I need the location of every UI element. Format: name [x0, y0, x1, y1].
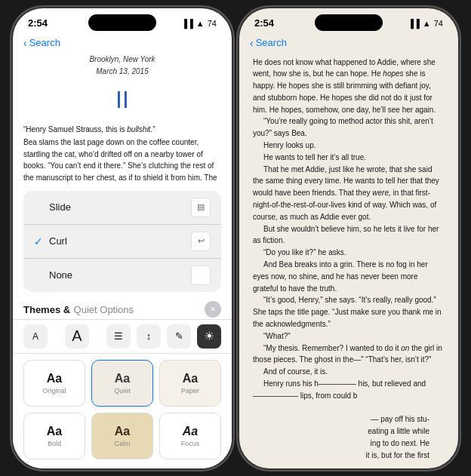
theme-cards-row-1: Aa Original Aa Quiet Aa Paper [13, 354, 232, 413]
right-phone: 2:54 ▐▐ ▲ 74 ‹ Search He does not know w… [239, 8, 458, 468]
battery-icon: 74 [208, 19, 217, 28]
theme-toggle[interactable]: ☀ [197, 324, 221, 349]
theme-original[interactable]: Aa Original [23, 360, 85, 407]
themes-label-group: Themes & Quiet Options [23, 302, 134, 316]
overlay-panel: Slide ▤ ✓ Curl ↩ None Themes & [13, 183, 232, 468]
wifi-icon-right: ▲ [423, 19, 431, 28]
right-para-12: And of course, it is. [253, 366, 445, 378]
theme-original-aa: Aa [47, 372, 62, 385]
right-para-2: “You’re really going to method actor thi… [253, 115, 445, 140]
slide-icon: ▤ [191, 198, 211, 217]
status-icons-left: ▐▐ ▲ 74 [181, 19, 217, 28]
right-para-1: He does not know what happened to Addie,… [253, 57, 445, 116]
chapter-number: II [23, 81, 221, 119]
themes-label: Themes & [23, 304, 70, 315]
curl-label: Curl [49, 235, 191, 247]
signal-icon-right: ▐▐ [408, 19, 420, 28]
right-para-15: eating a little while [253, 425, 445, 438]
none-icon [191, 266, 211, 285]
right-para-16: ing to do next. He [253, 438, 445, 450]
book-content-right: He does not know what happened to Addie,… [239, 54, 458, 468]
theme-focus-aa: Aa [183, 425, 198, 438]
back-label-right: Search [256, 37, 287, 48]
font-option-1[interactable]: ☰ [106, 324, 131, 349]
transition-none[interactable]: None [23, 259, 221, 292]
slide-label: Slide [49, 201, 191, 213]
font-increase-button[interactable]: A [65, 324, 89, 349]
back-button-left[interactable]: ‹ Search [23, 37, 60, 49]
right-para-3: Henry looks up. [253, 140, 445, 152]
transition-curl[interactable]: ✓ Curl ↩ [23, 225, 221, 259]
right-para-4: He wants to tell her it’s all true. [253, 152, 445, 164]
right-para-5: That he met Addie, just like he wrote, t… [253, 164, 445, 223]
time-right: 2:54 [254, 17, 274, 29]
right-para-6: But she wouldn’t believe him, so he lets… [253, 223, 445, 247]
signal-icon: ▐▐ [181, 19, 193, 28]
phones-container: 2:54 ▐▐ ▲ 74 ‹ Search Brooklyn, New York… [5, 1, 466, 476]
theme-original-label: Original [42, 387, 66, 395]
right-para-11: “My thesis. Remember? I wanted to do it … [253, 342, 445, 367]
left-phone: 2:54 ▐▐ ▲ 74 ‹ Search Brooklyn, New York… [13, 8, 232, 468]
back-chevron-right: ‹ [250, 37, 254, 49]
theme-quiet[interactable]: Aa Quiet [91, 360, 153, 407]
theme-calm[interactable]: Aa Calm [91, 413, 153, 459]
dynamic-island-right [315, 14, 383, 31]
right-para-9: “It’s good, Henry,” she says. “It’s real… [253, 294, 445, 330]
font-decrease-button[interactable]: A [23, 324, 48, 349]
theme-paper[interactable]: Aa Paper [159, 360, 221, 407]
theme-bold[interactable]: Aa Bold [23, 413, 85, 459]
font-size-row: A A ☰ ↕ ✎ ☀ [13, 319, 232, 354]
right-para-17: it is, but for the first [253, 450, 445, 462]
close-button[interactable]: × [205, 301, 221, 318]
theme-bold-aa: Aa [47, 425, 62, 438]
quiet-options-label: Quiet Options [74, 304, 134, 315]
status-bar-right: 2:54 ▐▐ ▲ 74 [239, 8, 458, 35]
status-icons-right: ▐▐ ▲ 74 [408, 19, 443, 28]
right-para-10: “What?” [253, 330, 445, 342]
battery-icon-right: 74 [434, 19, 443, 28]
right-para-14: — pay off his stu- [253, 413, 445, 425]
theme-calm-label: Calm [114, 440, 130, 447]
theme-bold-label: Bold [48, 440, 61, 447]
font-row-icons: ☰ ↕ ✎ ☀ [106, 324, 221, 349]
theme-paper-label: Paper [181, 387, 199, 395]
curl-icon: ↩ [191, 232, 211, 251]
dynamic-island-left [88, 14, 156, 31]
status-bar-left: 2:54 ▐▐ ▲ 74 [13, 8, 232, 35]
right-para-8: And Bea breaks into a grin. There is no … [253, 259, 445, 294]
right-para-7: “Do you like it?” he asks. [253, 247, 445, 259]
theme-calm-aa: Aa [115, 425, 130, 438]
back-button-right[interactable]: ‹ Search [250, 37, 287, 49]
curl-check: ✓ [34, 235, 43, 247]
book-header: Brooklyn, New YorkMarch 13, 2015 [23, 54, 221, 78]
theme-quiet-aa: Aa [115, 372, 130, 385]
back-label-left: Search [29, 37, 60, 48]
right-para-13: Henry runs his h————— his, but relieved … [253, 378, 445, 402]
theme-focus-label: Focus [181, 440, 200, 447]
font-option-2[interactable]: ↕ [137, 324, 161, 349]
theme-paper-aa: Aa [183, 372, 198, 385]
book-para-1: “Henry Samuel Strauss, this is bullshit.… [23, 124, 221, 136]
transition-menu: Slide ▤ ✓ Curl ↩ None [23, 191, 221, 292]
theme-cards-row-2: Aa Bold Aa Calm Aa Focus [13, 413, 232, 468]
nav-bar-right: ‹ Search [239, 35, 458, 54]
time-left: 2:54 [28, 17, 48, 29]
theme-focus[interactable]: Aa Focus [159, 413, 221, 459]
theme-quiet-label: Quiet [114, 387, 131, 395]
font-option-3[interactable]: ✎ [167, 324, 191, 349]
none-label: None [49, 269, 191, 281]
themes-close-row: Themes & Quiet Options × [13, 296, 232, 319]
wifi-icon: ▲ [196, 19, 205, 28]
transition-slide[interactable]: Slide ▤ [23, 191, 221, 225]
back-chevron-left: ‹ [23, 37, 27, 49]
nav-bar-left: ‹ Search [13, 35, 232, 54]
